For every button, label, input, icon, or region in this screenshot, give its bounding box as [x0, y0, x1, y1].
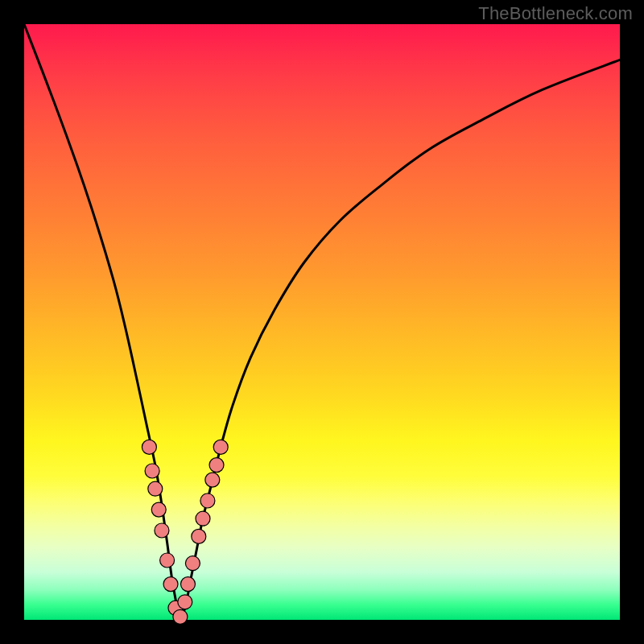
data-marker — [200, 493, 215, 508]
data-marker — [160, 553, 175, 568]
curve-svg — [24, 24, 620, 620]
data-marker — [181, 577, 196, 592]
data-marker — [142, 440, 156, 454]
data-marker — [185, 556, 200, 571]
watermark-text: TheBottleneck.com — [478, 3, 633, 24]
plot-area — [24, 24, 620, 620]
data-marker — [173, 609, 188, 624]
data-marker — [155, 523, 169, 538]
data-marker — [145, 464, 159, 478]
data-marker — [178, 595, 192, 609]
data-marker — [205, 473, 220, 487]
data-marker — [163, 577, 178, 592]
data-marker — [148, 481, 163, 496]
data-marker — [213, 440, 228, 454]
data-marker — [151, 502, 166, 517]
chart-frame: TheBottleneck.com — [0, 0, 644, 644]
data-marker — [209, 458, 224, 473]
marker-group — [142, 440, 228, 624]
data-marker — [196, 511, 210, 526]
data-marker — [192, 529, 206, 543]
bottleneck-curve — [24, 24, 620, 620]
